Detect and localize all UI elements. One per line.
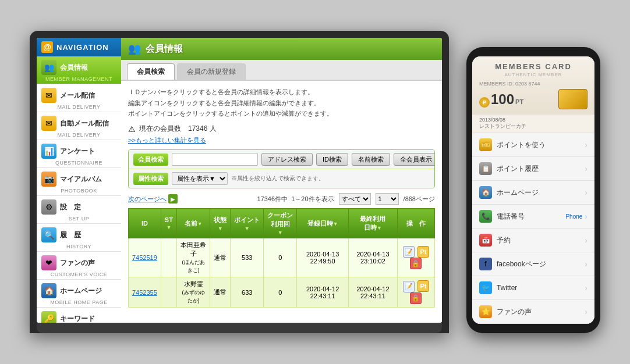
sidebar-item-settings[interactable]: ⚙ 設 定 SET UP [37,196,121,224]
chevron-right-icon: › [585,235,587,245]
phone: MEMBERS CARD AUTHENTIC MEMBER MEMBERS ID… [466,47,600,333]
col-actions: 操 作 [397,209,434,238]
chevron-right-icon: › [585,259,587,269]
page-select[interactable]: 1 [376,193,399,205]
member-search-input[interactable] [172,153,258,166]
phone-menu-icon: 🏠 [479,186,492,199]
fans-sub: CUSTOMER'S VOICE [37,272,121,279]
phone-menu-item[interactable]: 🏠 ホームページ › [472,181,594,205]
album-label: マイアルバム [60,174,102,184]
name-search-button[interactable]: 名前検索 [352,153,390,166]
id-search-button[interactable]: ID検索 [316,153,348,166]
history-icon: 🔍 [41,227,56,242]
member-id-link[interactable]: 7452519 [132,254,157,261]
member-search-label: 会員検索 [133,154,168,166]
page-total: /868ページ [404,195,435,204]
phone-menu-item[interactable]: 📋 ポイント履歴 › [472,157,594,181]
phone-menu-label: ホームページ [497,188,585,198]
history-label: 履 歴 [60,230,81,240]
chevron-right-icon: › [585,212,587,221]
sidebar-item-survey[interactable]: 📊 アンケート QUESTIONNAIRE [37,140,121,168]
per-page-select[interactable]: すべて [339,193,371,205]
member-count-link[interactable]: >>もっと詳しい集計を見る [128,136,435,145]
search-panel: 会員検索 アドレス検索 ID検索 名前検索 全会員表示 属性検索 属性を表示▼ [128,149,435,188]
member-search-row: 会員検索 アドレス検索 ID検索 名前検索 全会員表示 [129,150,434,169]
point-icon[interactable]: Pt [417,280,429,292]
phone-menu-label: 予約 [497,235,585,245]
homepage-sub: MOBILE HOME PAGE [37,299,121,307]
member-count-icon: ⚠ [128,124,136,134]
sidebar-item-automail[interactable]: ✉ 自動メール配信 MAIL DELIVERY [37,112,121,140]
edit-icon[interactable]: 📝 [403,281,415,292]
chevron-right-icon: › [585,283,587,292]
point-value: P 100 PT [479,91,523,108]
members-id-row: MEMBERS ID: 0203 6744 [479,81,587,87]
fans-icon: ❤ [41,255,56,270]
survey-label: アンケート [60,147,95,156]
lock-icon[interactable]: 🔒 [410,258,422,269]
phone-menu-item[interactable]: ⭐ ファンの声 › [472,300,594,324]
point-icon[interactable]: Pt [417,246,429,258]
sidebar-item-mail[interactable]: ✉ メール配信 MAIL DELIVERY [37,84,121,112]
sidebar-item-history[interactable]: 🔍 履 歴 HISTORY [37,224,121,252]
cell-points: 633 [231,277,264,308]
phone-menu-icon: ⭐ [479,305,492,318]
phone-menu-item[interactable]: 🐦 Twitter › [472,276,594,300]
member-id-link[interactable]: 7452355 [132,289,157,296]
member-count-row: ⚠ 現在の会員数 17346 人 [128,124,435,134]
cell-id: 7452355 [129,277,161,308]
tab-search[interactable]: 会員検索 [127,63,175,80]
col-status: 状態▼ [210,209,231,238]
point-icon: P [479,97,490,108]
description: ＩＤナンバーをクリックすると各会員の詳細情報を表示します。 編集アイコンをクリッ… [128,87,435,119]
album-sub: PHOTOBOOK [37,188,121,195]
phone-menu-label: ポイントを使う [497,140,585,150]
member-count-text: 現在の会員数 17346 人 [139,124,217,134]
attr-hint: ※属性を絞り込んで検索できます。 [231,174,324,183]
cell-coupon: 0 [264,238,297,277]
cell-points: 533 [231,238,264,277]
members-sub: MEMBER MANAGEMENT [37,76,121,84]
point-number: 100 [491,91,514,108]
sidebar-item-fans[interactable]: ❤ ファンの声 CUSTOMER'S VOICE [37,252,121,280]
content-area: ＩＤナンバーをクリックすると各会員の詳細情報を表示します。 編集アイコンをクリッ… [121,81,442,323]
at-icon: @ [41,41,53,53]
history-sub: HISTORY [37,244,121,251]
members-icon: 👥 [41,60,56,75]
phone-header: MEMBERS CARD AUTHENTIC MEMBER MEMBERS ID… [472,56,594,115]
sidebar-item-homepage[interactable]: 🏠 ホームページ MOBILE HOME PAGE [37,280,121,308]
address-search-button[interactable]: アドレス検索 [261,153,313,166]
desc-line3: ポイントアイコンをクリックするとポイントの追加や減算ができます。 [128,108,435,119]
homepage-label: ホームページ [60,286,102,296]
keyword-icon: 🔑 [41,311,56,323]
edit-icon[interactable]: 📝 [403,246,415,258]
phone-menu-item[interactable]: f facebookページ › [472,252,594,276]
cell-name: 本田亜希子(ほんだあきこ) [176,238,210,277]
sidebar-item-keyword[interactable]: 🔑 キーワード KEYWORD SETUP [37,308,121,323]
next-page-button[interactable]: 次のページへ ▶ [128,194,178,204]
sidebar-item-album[interactable]: 📷 マイアルバム PHOTOBOOK [37,168,121,196]
attr-select[interactable]: 属性を表示▼ [172,172,228,185]
phone-info: 2013/08/08 レストランピーカチ [472,115,594,133]
fans-label: ファンの声 [60,258,95,268]
phone-menu-item[interactable]: 📅 予約 › [472,229,594,252]
phone-menu-item[interactable]: 🎫 ポイントを使う › [472,133,594,157]
phone-menu-item[interactable]: 📞 電話番号 Phone › [472,205,594,229]
album-icon: 📷 [41,172,56,187]
automail-label: 自動メール配信 [60,119,109,129]
lock-icon[interactable]: 🔒 [410,292,422,304]
phone-menu-label: ポイント履歴 [497,164,585,174]
main-header-icon: 👥 [128,42,141,55]
col-lastdate: 最終利用日時▼ [348,209,397,238]
next-icon: ▶ [168,194,178,204]
settings-label: 設 定 [60,202,81,212]
all-members-button[interactable]: 全会員表示 [394,153,435,166]
card-visual [558,89,587,109]
info-restaurant: レストランピーカチ [479,123,587,130]
phone-menu-icon: 📋 [479,162,492,175]
col-points: ポイント▼ [231,209,264,238]
cell-status: 通常 [210,238,231,277]
sidebar-item-members[interactable]: 👥 会員情報 MEMBER MANAGEMENT [37,56,121,84]
table-row: 7452519 本田亜希子(ほんだあきこ) 通常 533 0 2020-04-1… [129,238,435,277]
tab-register[interactable]: 会員の新規登録 [177,63,246,80]
